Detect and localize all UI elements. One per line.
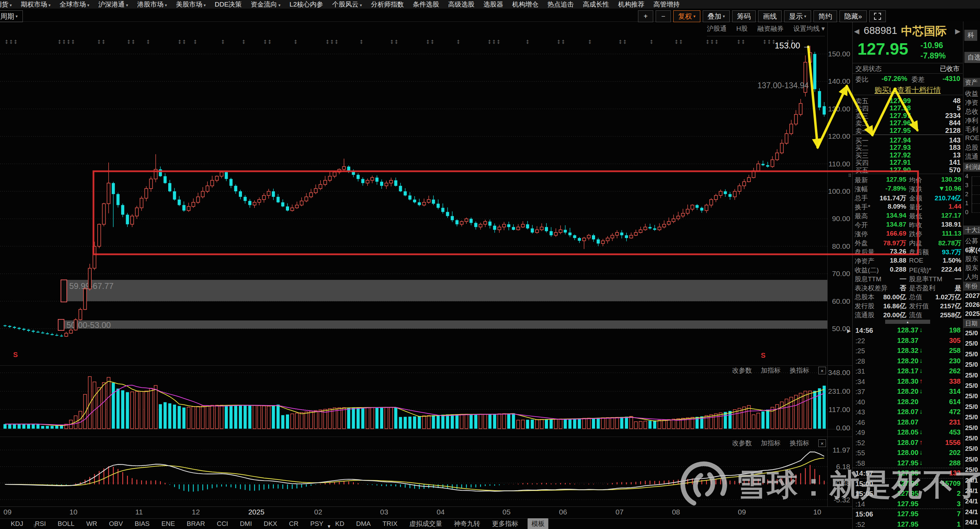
ask-row-4[interactable]: 卖四127.985 bbox=[853, 104, 963, 111]
ask-row-5[interactable]: 卖五127.9948 bbox=[853, 97, 963, 104]
svg-text:‡: ‡ bbox=[5, 39, 8, 44]
menu-item-16[interactable]: 高成长性 bbox=[578, 0, 614, 9]
menu-item-0[interactable]: 期货▾ bbox=[0, 0, 16, 9]
overlay-link-0[interactable]: 沪股通 bbox=[707, 24, 727, 33]
tab-CCI[interactable]: CCI bbox=[211, 520, 234, 527]
menu-item-2[interactable]: 全球市场▾ bbox=[55, 0, 94, 9]
chart-toolbar: +−复权▾叠加▾筹码画线显示▾简约隐藏» bbox=[638, 10, 886, 22]
toolbar-button-叠加[interactable]: 叠加▾ bbox=[703, 10, 730, 22]
menu-item-14[interactable]: 机构增仓 bbox=[508, 0, 543, 9]
menu-item-4[interactable]: 港股市场▾ bbox=[133, 0, 171, 9]
strip-date-row: 25/0 bbox=[965, 435, 978, 442]
svg-text:‡: ‡ bbox=[326, 39, 329, 44]
tab-KDJ[interactable]: KDJ bbox=[5, 520, 29, 527]
tab-ENE[interactable]: ENE bbox=[156, 520, 181, 527]
menu-item-6[interactable]: DDE决策 bbox=[210, 0, 246, 9]
strip-date-row: 25/0 bbox=[965, 392, 978, 400]
panel-divider-grip[interactable]: ⠿ bbox=[848, 173, 851, 178]
menu-item-10[interactable]: 分析师指数 bbox=[367, 0, 409, 9]
l2-purchase-link[interactable]: 购买L2查看十档行情 bbox=[853, 85, 963, 95]
panel-collapse-arrow-icon[interactable]: ▶ bbox=[847, 328, 851, 334]
menu-item-11[interactable]: 条件选股 bbox=[409, 0, 444, 9]
tab-DKX[interactable]: DKX bbox=[258, 520, 283, 527]
ask-row-2[interactable]: 卖二127.96844 bbox=[853, 119, 963, 126]
prev-stock-arrow-icon[interactable]: ◀ bbox=[854, 27, 859, 35]
bid-row-5[interactable]: 买五127.90570 bbox=[853, 166, 963, 173]
menu-item-9[interactable]: 个股风云▾ bbox=[328, 0, 366, 9]
tab-CR[interactable]: CR bbox=[283, 520, 304, 527]
pane-control-换指标[interactable]: 换指标 bbox=[790, 439, 809, 448]
watchlist-tag[interactable]: 自选 bbox=[964, 52, 980, 63]
tab-RSI[interactable]: RSI bbox=[29, 520, 52, 527]
bid-row-4[interactable]: 买四127.91141 bbox=[853, 159, 963, 166]
menu-item-1[interactable]: 期权市场▾ bbox=[16, 0, 55, 9]
close-pane-button[interactable]: × bbox=[818, 367, 826, 374]
board-tag: 科 bbox=[964, 30, 977, 41]
tab-DMI[interactable]: DMI bbox=[234, 520, 258, 527]
tab-template[interactable]: 模板 bbox=[528, 518, 548, 529]
toolbar-button-画线[interactable]: 画线 bbox=[758, 10, 782, 22]
toolbar-button-label: + bbox=[644, 13, 648, 21]
tab-KD[interactable]: KD bbox=[329, 520, 350, 527]
toolbar-button-隐藏»[interactable]: 隐藏» bbox=[840, 10, 867, 22]
strip-date-row: 25/0 bbox=[965, 424, 978, 432]
menu-item-label: 高级选股 bbox=[448, 1, 475, 8]
pane-control-加指标[interactable]: 加指标 bbox=[761, 439, 781, 448]
strip-date-row: 25/0 bbox=[965, 413, 978, 421]
menu-item-3[interactable]: 沪深港通▾ bbox=[94, 0, 133, 9]
toolbar-button-复权[interactable]: 复权▾ bbox=[673, 10, 700, 22]
toolbar-button-筹码[interactable]: 筹码 bbox=[732, 10, 756, 22]
overlay-link-3[interactable]: 设置均线 ▾ bbox=[794, 24, 825, 33]
menu-item-8[interactable]: L2核心内参 bbox=[285, 0, 328, 9]
tab-BRAR[interactable]: BRAR bbox=[181, 520, 211, 527]
strip-grip[interactable]: ⠿ bbox=[965, 521, 968, 526]
close-pane-button[interactable]: × bbox=[818, 439, 826, 447]
tab-更多指标[interactable]: 更多指标 bbox=[486, 519, 524, 528]
tab-PSY[interactable]: PSY bbox=[304, 520, 329, 527]
ask-row-1[interactable]: 卖一127.952128 bbox=[853, 127, 963, 134]
tab-BOLL[interactable]: BOLL bbox=[52, 520, 81, 527]
tab-DMA[interactable]: DMA bbox=[350, 520, 377, 527]
pane-control-改参数[interactable]: 改参数 bbox=[732, 439, 752, 448]
tab-WR[interactable]: WR bbox=[80, 520, 103, 527]
menu-item-13[interactable]: 选股器 bbox=[479, 0, 508, 9]
tick-row-16: 15:05127.952 bbox=[853, 489, 963, 499]
pane-control-改参数[interactable]: 改参数 bbox=[732, 366, 752, 375]
menu-item-12[interactable]: 高级选股 bbox=[444, 0, 479, 9]
bid-row-2[interactable]: 买二127.93183 bbox=[853, 144, 963, 151]
tab-神奇九转[interactable]: 神奇九转 bbox=[448, 519, 486, 528]
toolbar-button-显示[interactable]: 显示▾ bbox=[784, 10, 811, 22]
menu-item-5[interactable]: 美股市场▾ bbox=[171, 0, 210, 9]
macd-axis-tick: 0.48 bbox=[828, 479, 850, 488]
tick-row-0: 14:56128.37↓198 bbox=[853, 326, 963, 336]
toolbar-button-+[interactable]: + bbox=[638, 10, 653, 22]
menu-item-18[interactable]: 高管增持 bbox=[649, 0, 684, 9]
next-stock-arrow-icon[interactable]: ▶ bbox=[955, 27, 960, 35]
tick-row-12: :55128.00↓202 bbox=[853, 448, 963, 458]
strip-section-year: 年份 bbox=[963, 282, 980, 291]
tick-row-11: :52128.07↑1556 bbox=[853, 438, 963, 448]
ask-row-3[interactable]: 卖三127.972334 bbox=[853, 112, 963, 119]
period-dropdown[interactable]: 多周期 ▾ bbox=[0, 10, 23, 22]
toolbar-button-fullscreen[interactable] bbox=[869, 10, 886, 22]
bid-row-1[interactable]: 买一127.94143 bbox=[853, 136, 963, 144]
tab-虚拟成交量[interactable]: 虚拟成交量 bbox=[403, 519, 448, 528]
svg-text:‡: ‡ bbox=[493, 39, 495, 44]
tab-TRIX[interactable]: TRIX bbox=[377, 520, 403, 527]
menu-item-7[interactable]: 资金流向▾ bbox=[246, 0, 285, 9]
tick-down-arrow-icon: ↓ bbox=[920, 347, 923, 354]
overlay-link-2[interactable]: 融资融券 bbox=[757, 24, 784, 33]
bid-row-3[interactable]: 买三127.9213 bbox=[853, 151, 963, 159]
toolbar-button-−[interactable]: − bbox=[655, 10, 671, 22]
tab-OBV[interactable]: OBV bbox=[103, 520, 129, 527]
pane-control-换指标[interactable]: 换指标 bbox=[790, 366, 809, 375]
strip-finance-row: 毛利 bbox=[965, 125, 978, 134]
chevron-down-icon: ▾ bbox=[165, 3, 167, 8]
collapse-handle[interactable]: ▲ bbox=[885, 320, 930, 324]
menu-item-17[interactable]: 机构推荐 bbox=[614, 0, 649, 9]
toolbar-button-简约[interactable]: 简约 bbox=[813, 10, 837, 22]
overlay-link-1[interactable]: H股 bbox=[736, 24, 748, 33]
tab-BIAS[interactable]: BIAS bbox=[129, 520, 156, 527]
menu-item-15[interactable]: 热点追击 bbox=[543, 0, 578, 9]
pane-control-加指标[interactable]: 加指标 bbox=[761, 366, 781, 375]
